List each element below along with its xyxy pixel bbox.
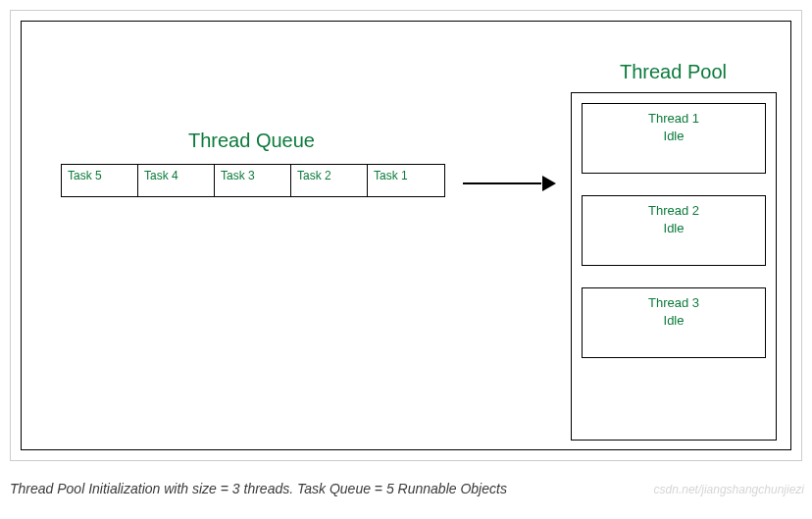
thread-box: Thread 2 Idle	[582, 195, 766, 266]
watermark-text: csdn.net/jiangshangchunjiezi	[654, 483, 804, 496]
task-cell: Task 4	[138, 165, 215, 196]
thread-status: Idle	[664, 128, 685, 145]
task-cell: Task 5	[62, 165, 138, 196]
thread-pool-container: Thread 1 Idle Thread 2 Idle Thread 3 Idl…	[571, 92, 777, 441]
arrow-icon	[463, 174, 556, 193]
thread-queue-title: Thread Queue	[188, 130, 315, 152]
thread-status: Idle	[664, 312, 685, 330]
task-cell: Task 1	[368, 165, 444, 196]
diagram-outer-frame: Thread Queue Task 5 Task 4 Task 3 Task 2…	[10, 10, 802, 461]
thread-name: Thread 1	[648, 110, 699, 128]
thread-box: Thread 1 Idle	[582, 103, 766, 174]
diagram-inner-frame: Thread Queue Task 5 Task 4 Task 3 Task 2…	[21, 21, 791, 450]
thread-box: Thread 3 Idle	[582, 287, 766, 358]
thread-queue: Task 5 Task 4 Task 3 Task 2 Task 1	[61, 164, 445, 197]
thread-status: Idle	[664, 220, 685, 237]
thread-name: Thread 2	[648, 202, 699, 220]
thread-name: Thread 3	[648, 294, 699, 312]
task-cell: Task 3	[215, 165, 291, 196]
task-cell: Task 2	[291, 165, 368, 196]
diagram-caption: Thread Pool Initialization with size = 3…	[10, 481, 507, 496]
thread-pool-title: Thread Pool	[620, 61, 727, 83]
